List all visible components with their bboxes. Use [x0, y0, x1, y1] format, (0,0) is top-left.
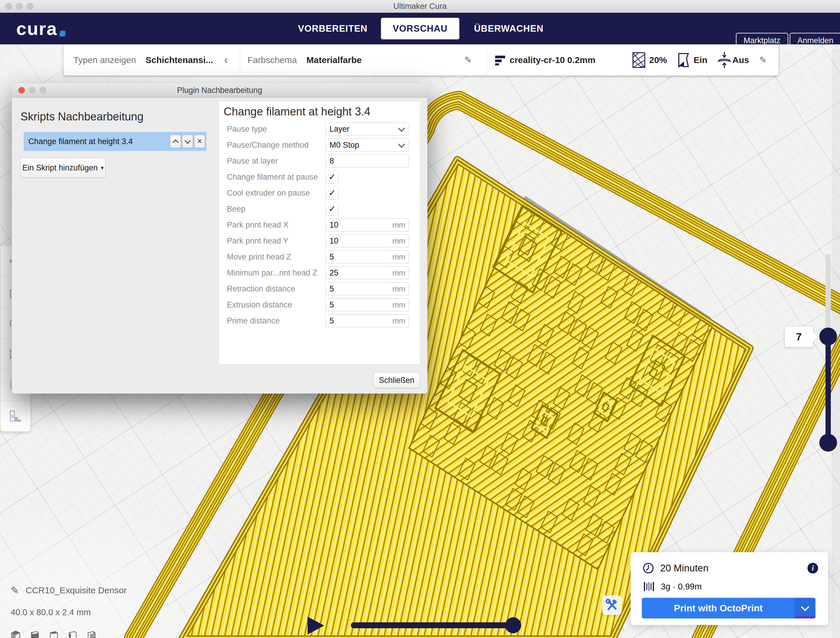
field-input[interactable]: 10mm [326, 218, 409, 231]
edit-view-pencil-icon[interactable]: ✎ [464, 44, 472, 76]
field-value: 25 [326, 268, 393, 277]
tab-ueberwachen[interactable]: ÜBERWACHEN [467, 13, 550, 44]
play-button[interactable] [308, 617, 324, 635]
dialog-titlebar[interactable]: Plugin Nachbearbeitung [12, 83, 427, 98]
field-select[interactable]: M0 Stop [326, 138, 409, 152]
printer-profile-value[interactable]: creality-cr-10 0.2mm [510, 44, 595, 76]
layers-icon [494, 44, 506, 76]
field-row: Beep✓ [219, 203, 420, 215]
edit-print-settings-pencil-icon[interactable]: ✎ [759, 44, 767, 76]
field-select[interactable]: Layer [326, 122, 409, 136]
chevron-down-icon [801, 603, 809, 611]
window-titlebar: Ultimaker Cura [0, 0, 840, 13]
field-row: Minimum par...rint head Z25mm [219, 266, 420, 279]
layer-slider-range[interactable] [826, 336, 831, 443]
print-tools-button[interactable] [602, 595, 622, 615]
divider [486, 44, 486, 76]
print-summary-card: 20 Minuten i 3g · 0.99m Print with OctoP… [631, 552, 828, 625]
field-input[interactable]: 8 [326, 155, 409, 168]
field-row: Extrusion distance5mm [219, 298, 420, 311]
layer-slider-lower-handle[interactable] [819, 434, 837, 451]
close-dialog-button[interactable]: Schließen [373, 372, 420, 388]
move-script-up-button[interactable] [170, 135, 181, 148]
field-row: Park print head X10mm [219, 218, 420, 231]
field-input[interactable]: 10mm [326, 234, 409, 247]
script-name: Change filament at height 3.4 [24, 137, 170, 146]
collapse-chevron-icon[interactable]: ‹ [224, 44, 228, 76]
field-unit: mm [393, 268, 409, 277]
print-options-dropdown[interactable] [795, 598, 815, 619]
rename-pencil-icon[interactable]: ✎ [11, 584, 19, 596]
color-scheme-value[interactable]: Materialfarbe [306, 44, 362, 76]
field-row: Park print head Y10mm [219, 234, 420, 247]
tab-vorschau[interactable]: VORSCHAU [381, 18, 459, 40]
simulation-slider-track[interactable] [351, 622, 516, 628]
field-value: 10 [326, 236, 393, 245]
tab-vorbereiten[interactable]: VORBEREITEN [291, 13, 374, 44]
view-type-value[interactable]: Schichtenansi... [145, 44, 213, 76]
print-with-octoprint-button[interactable]: Print with OctoPrint [642, 598, 815, 619]
cura-logo: cura [16, 13, 65, 44]
add-script-dropdown-button[interactable]: Ein Skript hinzufügen▾ [21, 158, 106, 178]
chevron-down-icon [398, 125, 405, 132]
field-value: 5 [326, 300, 393, 310]
print-time-estimate: 20 Minuten [660, 562, 708, 574]
adhesion-value[interactable]: Aus [732, 44, 749, 76]
chevron-up-icon [172, 139, 178, 145]
field-value: 10 [326, 220, 393, 230]
current-layer-value: 7 [796, 331, 802, 342]
field-input[interactable]: 25mm [326, 266, 409, 279]
view-front-icon[interactable] [30, 630, 39, 638]
infill-value[interactable]: 20% [649, 44, 667, 76]
field-checkbox[interactable]: ✓ [326, 187, 339, 199]
simulation-slider-handle[interactable] [505, 617, 521, 633]
layer-slider-upper-handle[interactable] [819, 328, 837, 345]
field-unit: mm [393, 300, 409, 310]
signin-button[interactable]: Anmelden [790, 33, 840, 48]
chevron-down-icon [398, 141, 405, 148]
filament-usage-icon [644, 581, 654, 592]
field-label: Move print head Z [227, 250, 291, 263]
logo-dot-icon [60, 31, 66, 36]
field-value: 5 [326, 316, 393, 326]
view-top-icon[interactable] [49, 630, 58, 638]
script-list-item[interactable]: Change filament at height 3.4 ✕ [24, 132, 207, 151]
material-usage: 3g · 0.99m [661, 582, 702, 592]
view-right-icon[interactable] [86, 630, 96, 638]
field-label: Minimum par...rint head Z [227, 266, 317, 279]
info-icon[interactable]: i [807, 563, 818, 573]
model-info: ✎ CCR10_Exquisite Densor 40.0 x 80.0 x 2… [11, 584, 126, 638]
field-unit: mm [393, 284, 409, 294]
tool-support-blocker-icon[interactable] [1, 401, 30, 431]
field-label: Cool extruder on pause [227, 187, 310, 199]
field-checkbox[interactable]: ✓ [326, 203, 339, 215]
field-label: Change filament at pause [227, 171, 318, 184]
support-icon [676, 44, 691, 76]
remove-script-button[interactable]: ✕ [194, 135, 205, 148]
field-row: Change filament at pause✓ [219, 171, 420, 184]
field-value: 8 [326, 157, 409, 166]
support-value[interactable]: Ein [693, 44, 707, 76]
field-input[interactable]: 5mm [326, 314, 409, 327]
view-3d-icon[interactable] [11, 630, 21, 638]
field-input[interactable]: 5mm [326, 282, 409, 295]
model-dimensions: 40.0 x 80.0 x 2.4 mm [11, 608, 126, 617]
field-row: Cool extruder on pause✓ [219, 187, 420, 199]
script-settings-panel: Change filament at height 3.4 Pause type… [219, 101, 420, 364]
field-label: Prime distance [227, 314, 280, 327]
field-label: Park print head Y [227, 234, 288, 247]
field-input[interactable]: 5mm [326, 250, 409, 263]
marketplace-button[interactable]: Marktplatz [736, 33, 788, 48]
field-label: Pause at layer [227, 155, 278, 168]
field-input[interactable]: 5mm [326, 298, 409, 311]
scripts-heading: Skripts Nachbearbeitung [21, 110, 144, 123]
layer-slider-track-upper[interactable] [826, 254, 831, 340]
field-value: M0 Stop [326, 141, 399, 150]
field-row: Pause/Change methodM0 Stop [219, 138, 420, 152]
field-checkbox[interactable]: ✓ [326, 171, 339, 184]
view-left-icon[interactable] [68, 630, 77, 638]
field-label: Pause type [227, 122, 267, 136]
camera-view-buttons [11, 630, 126, 638]
move-script-down-button[interactable] [182, 135, 193, 148]
model-name: CCR10_Exquisite Densor [26, 585, 127, 595]
